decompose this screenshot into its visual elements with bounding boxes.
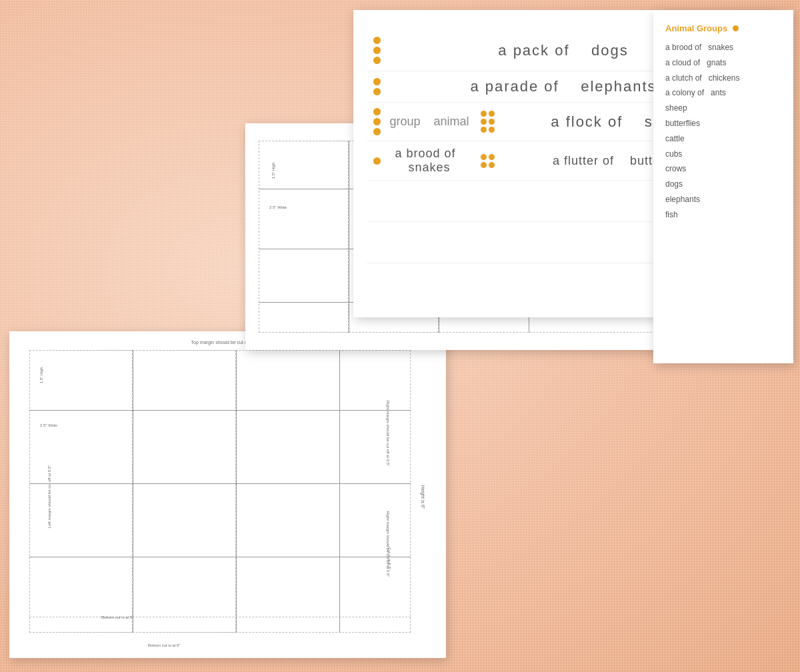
cross-mark-2: + (234, 408, 239, 413)
list-item: a brood of snakes (665, 40, 781, 55)
dot (373, 157, 381, 165)
cross-mark-4: + (234, 481, 239, 486)
dot (489, 162, 495, 168)
group-animal-header: group animal (389, 115, 469, 128)
height-label: 1.5" High (271, 163, 275, 179)
list-item: cubs (665, 147, 781, 162)
list-item: fish (665, 207, 781, 223)
worksheet-bottom-diagram: Top margin should be cut off at 0.5" Wid… (15, 337, 441, 653)
title-text: Animal Groups (665, 23, 727, 33)
parade-of-elephants-text: a parade of elephants (470, 78, 656, 95)
animal-groups-card: Animal Groups a brood of snakes a cloud … (653, 10, 793, 363)
dot (481, 111, 487, 117)
cut-55-label: Cut is at 5.5" (387, 547, 391, 570)
animal-groups-title: Animal Groups (665, 23, 781, 33)
cross-v1 (349, 141, 349, 333)
v-rule-3 (339, 350, 340, 633)
animal-list: a brood of snakes a cloud of gnats a clu… (665, 40, 781, 223)
h-rule-2 (29, 483, 411, 484)
col1-bottom (29, 350, 133, 633)
h-rule-1 (29, 410, 411, 411)
dot (489, 111, 495, 117)
worksheet-bottom-card: Top margin should be cut off at 0.5" Wid… (9, 331, 446, 658)
dot (489, 127, 495, 133)
dot (481, 162, 487, 168)
list-item: elephants (665, 192, 781, 207)
dot (481, 119, 487, 125)
dot (373, 118, 381, 125)
brood-of-snakes-text: a brood of snakes (395, 147, 463, 174)
list-item: sheep (665, 101, 781, 116)
v-rule-2 (236, 350, 237, 633)
height-high-label: 1.5" High (39, 367, 43, 383)
col2-bottom (133, 350, 236, 633)
list-item: a cloud of gnats (665, 55, 781, 71)
h-rule-3 (29, 557, 411, 557)
dot (373, 128, 381, 135)
list-item: crows (665, 161, 781, 177)
dot (373, 57, 381, 64)
cross-mark-3: + (131, 481, 135, 486)
dot (373, 88, 381, 95)
dot (489, 154, 495, 160)
list-item: butterflies (665, 116, 781, 131)
cross-mark-1: + (131, 408, 135, 413)
dot (489, 119, 495, 125)
bottom-cut-5-label: Bottom cut is at 5" (101, 615, 133, 619)
h-rule-4 (29, 617, 411, 617)
dot (373, 37, 381, 44)
list-item: a clutch of chickens (665, 71, 781, 86)
bottom-cut-6-label: Bottom cut is at 6" (148, 643, 180, 647)
width-wide-label: 2.5" Wide (40, 423, 57, 427)
list-item: dogs (665, 177, 781, 192)
list-item: a colony of ants (665, 85, 781, 101)
height-is-6-label: Height is 6" (421, 485, 426, 509)
dot (373, 78, 381, 85)
dot (481, 127, 487, 133)
dot (373, 47, 381, 54)
dot (481, 154, 487, 160)
dot (373, 108, 381, 115)
v-rule-1 (133, 350, 133, 633)
title-dot (733, 25, 739, 31)
pack-of-dogs-text: a pack of dogs (498, 42, 628, 59)
width-label: 2.5" Wide (269, 205, 287, 209)
list-item: cattle (665, 131, 781, 147)
